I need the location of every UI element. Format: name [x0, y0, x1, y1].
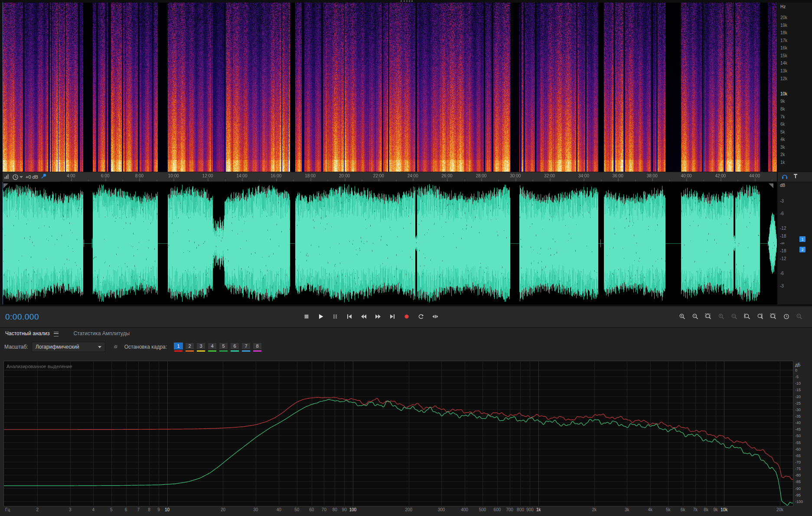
snap-pin-icon[interactable] — [41, 173, 47, 181]
corner-expand-left-icon[interactable] — [3, 183, 8, 188]
zoom-in-time-icon — [679, 313, 686, 320]
zoom-out-time-button[interactable] — [690, 312, 700, 321]
hold-button-8[interactable]: 8 — [253, 343, 262, 352]
fast-forward-icon — [375, 313, 382, 320]
levels-icon[interactable] — [4, 173, 10, 181]
headphones-icon[interactable] — [781, 173, 788, 181]
chart-y-tick-label: -75 — [795, 467, 801, 471]
skip-to-end-button[interactable] — [387, 311, 398, 322]
tab-amplitude-statistics[interactable]: Статистика Амплитуды — [72, 330, 130, 336]
freq-scale-label: 4k — [780, 137, 785, 142]
snapshot-icon[interactable] — [111, 343, 120, 351]
timeline-time-label: 36:00 — [613, 173, 623, 178]
zoom-in-amplitude-button[interactable] — [716, 312, 726, 321]
zoom-to-selection-button[interactable] — [703, 312, 713, 321]
timeline-time-label: 32:00 — [544, 173, 555, 178]
hold-button-5[interactable]: 5 — [219, 343, 228, 352]
hold-color-bar — [231, 350, 239, 352]
chart-y-tick-label: -50 — [795, 434, 801, 438]
stop-button[interactable] — [301, 311, 312, 322]
pause-icon — [332, 313, 339, 320]
zoom-out-time-icon — [692, 313, 699, 320]
chart-y-tick-label: -10 — [795, 381, 801, 385]
chart-y-tick-label: -100 — [795, 500, 803, 504]
chart-annotation: Анализированное выделение — [7, 364, 72, 369]
zoom-selection-full-button[interactable] — [768, 312, 778, 321]
timeline-time-label: 28:00 — [476, 173, 486, 178]
panel-drag-handle[interactable] — [401, 0, 413, 2]
panel-menu-icon[interactable] — [54, 332, 59, 336]
spectrogram-canvas[interactable] — [3, 3, 777, 172]
zoom-in-time-button[interactable] — [677, 312, 687, 321]
zoom-selection-full-icon — [770, 313, 777, 320]
chart-y-tick-label: -5 — [795, 375, 799, 379]
waveform-editor-panel: Hz 20k19k18k17k16k15k14k13k12k10k9k8k7k6… — [0, 0, 812, 328]
chart-x-tick-label: 80 — [333, 507, 337, 512]
channel-badge-1[interactable]: 1 — [799, 236, 805, 242]
db-scale-label: -6 — [780, 271, 784, 276]
timeline-ruler[interactable]: 4:006:008:0010:0012:0014:0016:0018:0020:… — [3, 172, 777, 182]
hold-button-label: 1 — [174, 343, 183, 349]
rewind-button[interactable] — [358, 311, 369, 322]
chart-x-tick-label: 9k — [713, 507, 718, 512]
timeline-time-label: 26:00 — [442, 173, 453, 178]
timed-record-button[interactable] — [781, 312, 791, 321]
freq-scale-label: 12k — [780, 76, 787, 81]
scale-dropdown[interactable]: Логарифмический — [32, 342, 105, 352]
loop-playback-button[interactable] — [415, 311, 427, 322]
zoom-out-full-button[interactable] — [794, 312, 804, 321]
chart-x-tick-label: 4 — [92, 507, 95, 512]
corner-expand-right-icon[interactable] — [769, 183, 773, 188]
fast-forward-button[interactable] — [372, 311, 384, 322]
hold-button-6[interactable]: 6 — [230, 343, 239, 352]
hold-button-3[interactable]: 3 — [196, 343, 205, 352]
chart-x-tick-label: 2k — [592, 507, 597, 512]
ruler-toolbar: +0 dB — [3, 172, 60, 182]
zoom-in-right-edge-button[interactable] — [755, 312, 765, 321]
freq-scale-label: 20k — [780, 15, 787, 20]
frequency-analysis-panel: Частотный анализ Статистика Амплитуды Ма… — [0, 328, 812, 516]
chart-x-tick-label: 2 — [36, 507, 39, 512]
hold-button-label: 2 — [185, 343, 194, 349]
waveform-canvas[interactable] — [3, 182, 777, 304]
chart-y-tick-label: -20 — [795, 395, 801, 399]
time-display[interactable]: 0:00.000 — [5, 312, 39, 322]
db-offset-control[interactable]: +0 dB — [26, 174, 38, 180]
record-button[interactable] — [401, 311, 412, 322]
hold-button-1[interactable]: 1 — [174, 343, 183, 352]
zoom-in-left-edge-button[interactable] — [742, 312, 752, 321]
timeline-time-label: 12:00 — [202, 173, 213, 178]
db-scale-label: -12 — [780, 256, 786, 261]
pin-icon[interactable] — [792, 173, 799, 181]
chart-x-tick-label: 600 — [494, 507, 501, 512]
frequency-chart: Анализированное выделение — [3, 361, 793, 506]
db-scale-label: -3 — [780, 199, 784, 203]
hold-button-4[interactable]: 4 — [208, 343, 217, 352]
chevron-down-icon — [98, 346, 101, 348]
db-scale-label: -3 — [780, 284, 784, 288]
play-button[interactable] — [315, 311, 326, 322]
clock-menu-icon[interactable] — [12, 174, 23, 180]
chart-x-tick-label: 700 — [506, 507, 513, 512]
skip-selection-button[interactable] — [430, 311, 441, 322]
timeline-time-label: 20:00 — [339, 173, 350, 178]
chart-x-tick-label: 200 — [405, 507, 412, 512]
channel-badge-2[interactable]: 2 — [799, 247, 805, 252]
audition-app: Hz 20k19k18k17k16k15k14k13k12k10k9k8k7k6… — [0, 0, 812, 516]
chart-y-tick-label: 0 — [795, 368, 797, 372]
zoom-in-right-edge-icon — [757, 313, 764, 320]
timeline-time-label: 6:00 — [101, 173, 109, 178]
play-icon — [317, 313, 324, 320]
zoom-out-amplitude-button[interactable] — [729, 312, 739, 321]
tab-frequency-analysis[interactable]: Частотный анализ — [4, 330, 50, 336]
pause-button[interactable] — [329, 311, 341, 322]
db-scale-infinity-label: -∞ — [780, 241, 784, 245]
hold-color-bar — [186, 350, 194, 352]
chart-x-tick-label: 7k — [693, 507, 698, 512]
chart-x-tick-label: 100 — [349, 507, 356, 512]
timeline-time-label: 38:00 — [647, 173, 658, 178]
hold-button-7[interactable]: 7 — [241, 343, 251, 352]
hold-button-2[interactable]: 2 — [185, 343, 194, 352]
skip-to-start-button[interactable] — [344, 311, 355, 322]
spectrogram-frequency-scale: Hz 20k19k18k17k16k15k14k13k12k10k9k8k7k6… — [778, 3, 812, 172]
